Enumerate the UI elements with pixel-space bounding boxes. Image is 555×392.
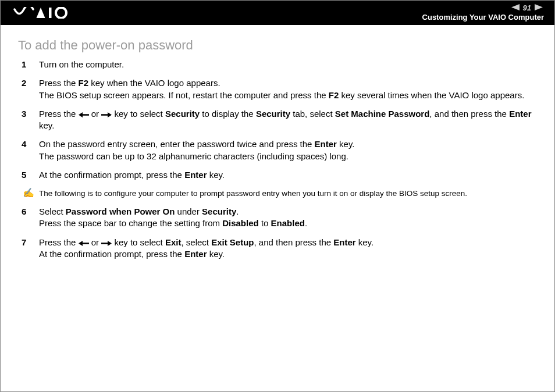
step-text: or (89, 237, 102, 247)
next-page-icon[interactable] (533, 3, 544, 13)
step-text: key to select (112, 237, 165, 247)
step-text: Press the (39, 237, 79, 247)
arrow-left-icon (79, 238, 89, 248)
step-text: Press the (39, 78, 79, 88)
step-text: On the password entry screen, enter the … (39, 139, 315, 149)
key-security: Security (256, 109, 290, 119)
svg-marker-9 (79, 241, 83, 246)
svg-rect-0 (49, 8, 52, 18)
step-text: or (89, 109, 102, 119)
step-text: Select (39, 206, 66, 216)
step-text: The BIOS setup screen appears. If not, r… (39, 90, 329, 100)
page-title: To add the power-on password (18, 38, 537, 53)
key-exit: Exit (165, 237, 182, 247)
page-header: 91 Customizing Your VAIO Computer (1, 1, 554, 25)
key-exit-setup: Exit Setup (211, 237, 254, 247)
arrow-right-icon (101, 238, 112, 248)
prev-page-icon[interactable] (510, 3, 521, 13)
key-set-machine-password: Set Machine Password (335, 109, 430, 119)
step-text: key. (207, 249, 225, 259)
key-enter: Enter (184, 170, 207, 180)
steps-list: Turn on the computer. Press the F2 key w… (18, 59, 537, 188)
svg-marker-2 (511, 4, 520, 10)
step-text: key to select (112, 109, 165, 119)
step-text: key. (356, 237, 374, 247)
arrow-left-icon (79, 109, 89, 119)
step-text: Press the space bar to change the settin… (39, 218, 222, 228)
note: ✍ The following is to configure your com… (18, 189, 537, 202)
step-text: At the confirmation prompt, press the (39, 170, 184, 180)
step-text: key. (39, 120, 54, 130)
manual-page: 91 Customizing Your VAIO Computer To add… (0, 0, 555, 392)
step-text: . (236, 206, 239, 216)
step-text: tab, select (290, 109, 335, 119)
key-enter: Enter (333, 237, 355, 247)
step-text: , and then press the (429, 109, 509, 119)
arrow-right-icon (101, 109, 112, 119)
key-enter: Enter (315, 139, 337, 149)
key-security: Security (202, 206, 236, 216)
note-text: The following is to configure your compu… (39, 189, 467, 198)
svg-point-1 (56, 8, 66, 18)
page-number: 91 (521, 3, 533, 13)
key-security: Security (165, 109, 200, 119)
step-text: key when the VAIO logo appears. (88, 78, 220, 88)
step-text: Turn on the computer. (39, 59, 124, 69)
svg-marker-7 (108, 112, 112, 117)
step-7: Press the or key to select Exit, select … (18, 237, 537, 268)
step-text: key several times when the VAIO logo app… (339, 90, 524, 100)
step-4: On the password entry screen, enter the … (18, 138, 537, 169)
step-text: . (305, 218, 307, 228)
step-text: to (259, 218, 271, 228)
step-6: Select Password when Power On under Secu… (18, 206, 537, 237)
step-1: Turn on the computer. (18, 59, 537, 77)
page-content: To add the power-on password Turn on the… (1, 25, 554, 267)
svg-marker-5 (79, 112, 83, 117)
step-text: At the confirmation prompt, press the (39, 249, 184, 259)
step-text: to display the (200, 109, 256, 119)
step-text: under (175, 206, 202, 216)
key-enter: Enter (509, 109, 531, 119)
step-5: At the confirmation prompt, press the En… (18, 169, 537, 188)
key-enabled: Enabled (271, 218, 305, 228)
section-title: Customizing Your VAIO Computer (422, 13, 544, 22)
key-password-when-power-on: Password when Power On (66, 206, 175, 216)
key-disabled: Disabled (222, 218, 259, 228)
step-text: , and then press the (254, 237, 334, 247)
key-enter: Enter (184, 249, 207, 259)
step-text: The password can be up to 32 alphanumeri… (39, 151, 348, 161)
header-right: 91 Customizing Your VAIO Computer (422, 3, 544, 22)
svg-marker-11 (108, 241, 112, 246)
step-text: Press the (39, 109, 79, 119)
key-f2: F2 (329, 90, 339, 100)
vaio-logo (11, 7, 81, 19)
key-f2: F2 (79, 78, 89, 88)
step-text: , select (181, 237, 211, 247)
step-text: key. (337, 139, 355, 149)
steps-list-2: Select Password when Power On under Secu… (18, 206, 537, 267)
note-icon: ✍ (23, 187, 34, 198)
page-nav: 91 (422, 3, 544, 13)
step-text: key. (207, 170, 225, 180)
svg-marker-3 (535, 4, 543, 10)
step-2: Press the F2 key when the VAIO logo appe… (18, 77, 537, 108)
step-3: Press the or key to select Security to d… (18, 108, 537, 139)
